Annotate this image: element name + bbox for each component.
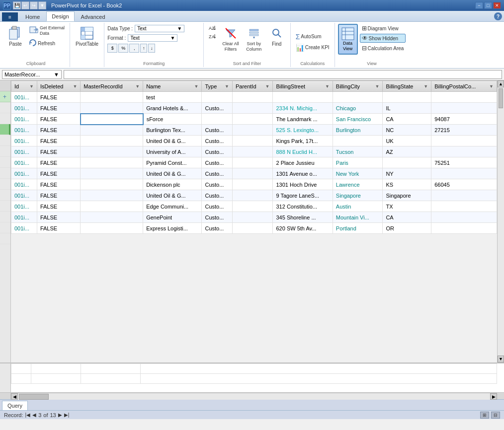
cell-isdeleted[interactable]: FALSE xyxy=(37,136,80,146)
find-button[interactable]: Find xyxy=(266,24,287,49)
scroll-thumb-h[interactable] xyxy=(19,394,49,400)
cell-masterrecordid[interactable] xyxy=(81,136,143,146)
cell-billingpostalcode[interactable] xyxy=(431,212,497,223)
cell-billingstreet[interactable]: Kings Park, 17t... xyxy=(273,136,333,146)
cell-name[interactable]: GenePoint xyxy=(143,212,202,223)
col-filter-billingpostalcode[interactable]: ▼ xyxy=(489,84,494,89)
cell-id[interactable]: 001i... xyxy=(11,157,37,168)
undo-qa-btn[interactable]: ↩ xyxy=(21,1,29,9)
close-btn[interactable]: ✕ xyxy=(493,2,501,9)
cell-billingstate[interactable] xyxy=(383,92,431,103)
add-row-btn[interactable]: + xyxy=(0,91,10,102)
cell-type[interactable]: Custo... xyxy=(202,201,232,212)
col-filter-id[interactable]: ▼ xyxy=(29,84,34,89)
help-button[interactable]: ? xyxy=(494,12,502,21)
cell-type[interactable]: Custo... xyxy=(202,212,232,223)
col-filter-parentid[interactable]: ▼ xyxy=(265,84,270,89)
col-filter-billingstate[interactable]: ▼ xyxy=(423,84,428,89)
cell-billingpostalcode[interactable]: 94087 xyxy=(431,114,497,125)
refresh-button[interactable]: Refresh xyxy=(27,38,67,49)
cell-billingpostalcode[interactable] xyxy=(431,92,497,103)
cell-billingcity[interactable] xyxy=(333,136,383,146)
cell-billingpostalcode[interactable]: 66045 xyxy=(431,179,497,190)
nav-prev-btn[interactable]: ◀ xyxy=(32,412,36,418)
cell-billingpostalcode[interactable] xyxy=(431,201,497,212)
cell-billingcity[interactable]: Lawrence xyxy=(333,179,383,190)
cell-billingpostalcode[interactable] xyxy=(431,103,497,114)
cell-id[interactable]: 001i... xyxy=(11,92,37,103)
cell-parentid[interactable] xyxy=(232,179,273,190)
cell-masterrecordid[interactable] xyxy=(81,179,143,190)
cell-billingstate[interactable]: Singapore xyxy=(383,190,431,201)
cell-billingcity[interactable]: Chicago xyxy=(333,103,383,114)
cell-billingstate[interactable]: OR xyxy=(383,223,431,234)
cell-masterrecordid[interactable] xyxy=(81,190,143,201)
sort-column-button[interactable]: Sort byColumn xyxy=(244,24,264,54)
cell-type[interactable] xyxy=(202,92,232,103)
cell-type[interactable]: Custo... xyxy=(202,179,232,190)
cell-parentid[interactable] xyxy=(232,103,273,114)
data-view-button[interactable]: DataView xyxy=(338,24,358,55)
cell-name[interactable]: Pyramid Const... xyxy=(143,157,202,168)
cell-billingstate[interactable]: KS xyxy=(383,179,431,190)
cell-billingstreet[interactable]: 1301 Avenue o... xyxy=(273,168,333,179)
tab-advanced[interactable]: Advanced xyxy=(76,12,111,21)
col-filter-type[interactable]: ▼ xyxy=(225,84,229,89)
status-icon-2[interactable]: ⊟ xyxy=(491,412,500,419)
cell-isdeleted[interactable]: FALSE xyxy=(37,179,80,190)
cell-billingpostalcode[interactable]: 75251 xyxy=(431,157,497,168)
pivot-table-button[interactable]: PivotTable xyxy=(73,24,101,49)
cell-billingstate[interactable]: NC xyxy=(383,125,431,136)
cell-billingstate[interactable]: NY xyxy=(383,168,431,179)
cell-billingcity[interactable]: Burlington xyxy=(333,125,383,136)
cell-name[interactable]: test xyxy=(143,92,202,103)
cell-isdeleted[interactable]: FALSE xyxy=(37,146,80,157)
redo-qa-btn[interactable]: ↪ xyxy=(30,1,38,9)
cell-type[interactable]: Custo... xyxy=(202,168,232,179)
cell-billingstreet[interactable]: 620 SW 5th Av... xyxy=(273,223,333,234)
cell-billingstate[interactable]: CA xyxy=(383,114,431,125)
paste-button[interactable]: Paste xyxy=(5,24,26,49)
cell-billingcity[interactable]: Singapore xyxy=(333,190,383,201)
cell-isdeleted[interactable]: FALSE xyxy=(37,103,80,114)
cell-billingstreet[interactable]: 1301 Hoch Drive xyxy=(273,179,333,190)
cell-billingstate[interactable]: UK xyxy=(383,136,431,146)
cell-billingcity[interactable]: Portland xyxy=(333,223,383,234)
cell-masterrecordid[interactable] xyxy=(81,125,143,136)
format-dropdown[interactable]: Text ▼ xyxy=(128,34,177,42)
nav-last-btn[interactable]: ▶| xyxy=(64,412,70,418)
cell-name[interactable]: Edge Communi... xyxy=(143,201,202,212)
cell-type[interactable]: Custo... xyxy=(202,136,232,146)
cell-billingstreet[interactable]: 2 Place Jussieu xyxy=(273,157,333,168)
cell-masterrecordid[interactable] xyxy=(81,103,143,114)
cell-billingstreet[interactable]: 525 S. Lexingto... xyxy=(273,125,333,136)
name-box-arrow[interactable]: ▼ xyxy=(54,72,59,77)
cell-masterrecordid[interactable] xyxy=(81,168,143,179)
cell-billingcity[interactable]: New York xyxy=(333,168,383,179)
cell-billingcity[interactable] xyxy=(333,92,383,103)
cell-billingstreet[interactable]: The Landmark ... xyxy=(273,114,333,125)
currency-btn[interactable]: $ xyxy=(107,44,117,53)
cell-parentid[interactable] xyxy=(232,114,273,125)
cell-parentid[interactable] xyxy=(232,168,273,179)
query-tab[interactable]: Query xyxy=(2,401,28,410)
cell-billingstate[interactable] xyxy=(383,157,431,168)
col-filter-masterrecordid[interactable]: ▼ xyxy=(135,84,140,89)
comma-btn[interactable]: , xyxy=(129,44,139,53)
cell-id[interactable]: 001i... xyxy=(11,125,37,136)
status-icon-1[interactable]: ⊞ xyxy=(480,412,489,419)
cell-billingpostalcode[interactable] xyxy=(431,146,497,157)
scroll-right-btn[interactable]: ▶ xyxy=(490,393,497,400)
cell-name[interactable]: United Oil & G... xyxy=(143,136,202,146)
cell-masterrecordid[interactable] xyxy=(81,201,143,212)
cell-billingstreet[interactable]: 888 N Euclid H... xyxy=(273,146,333,157)
cell-parentid[interactable] xyxy=(232,201,273,212)
nav-next-btn[interactable]: ▶ xyxy=(58,412,62,418)
vertical-scrollbar[interactable]: ▲ ▼ xyxy=(497,80,504,362)
cell-billingcity[interactable]: Tucson xyxy=(333,146,383,157)
save-qa-btn[interactable]: 💾 xyxy=(13,1,21,9)
cell-id[interactable]: 001i... xyxy=(11,103,37,114)
cell-parentid[interactable] xyxy=(232,125,273,136)
cell-masterrecordid[interactable] xyxy=(81,92,143,103)
name-box[interactable]: MasterRecor... ▼ xyxy=(2,70,62,79)
